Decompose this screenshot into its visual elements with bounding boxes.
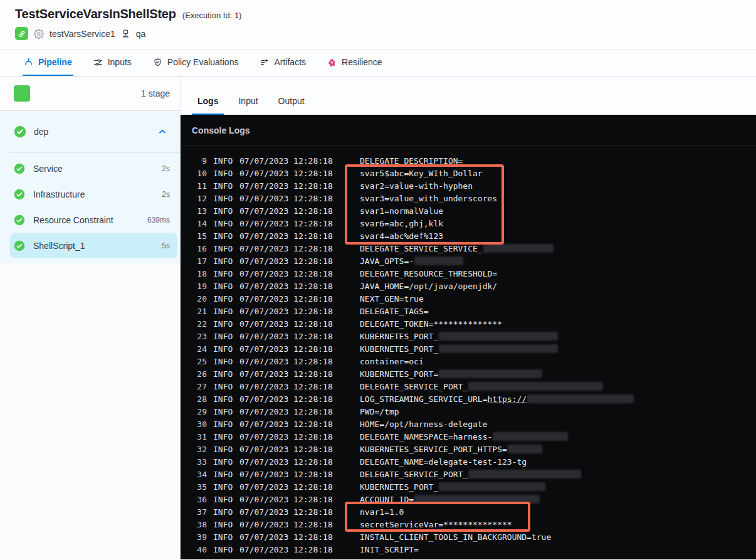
log-line-number: 21: [192, 307, 207, 316]
console-log-area[interactable]: 9 INFO 07/07/2023 12:28:18 DELEGATE_DESC…: [181, 146, 756, 559]
stage-status-swatch[interactable]: [14, 85, 30, 102]
log-text: svar3=value_with_underscores: [360, 194, 497, 203]
log-line-number: 24: [192, 344, 207, 354]
step-row-shellscript-1[interactable]: ShellScript_1 5s: [10, 233, 177, 258]
log-line-number: 15: [192, 231, 207, 241]
log-line: 26 INFO 07/07/2023 12:28:18 KUBERNETES_P…: [192, 367, 756, 380]
log-line-number: 11: [192, 181, 207, 191]
tab-inputs[interactable]: Inputs: [92, 50, 133, 76]
log-message: DELEGATE_NAME=delegate-test-123-tg: [360, 457, 527, 467]
tab-output[interactable]: Output: [273, 90, 310, 115]
log-line: 10 INFO 07/07/2023 12:28:18 svar5$abc=Ke…: [192, 167, 756, 179]
log-timestamp: 07/07/2023 12:28:18: [239, 156, 333, 166]
log-timestamp: 07/07/2023 12:28:18: [239, 432, 333, 441]
log-level: INFO: [213, 206, 234, 216]
log-line: 28 INFO 07/07/2023 12:28:18 LOG_STREAMIN…: [192, 393, 756, 405]
log-text: DELEGATE_SERVICE_PORT_: [360, 382, 468, 391]
log-level: INFO: [213, 432, 234, 441]
tab-label: Resilience: [342, 57, 382, 67]
log-message: KUBERNETES_PORT=: [360, 369, 542, 379]
tab-artifacts[interactable]: Artifacts: [258, 50, 307, 76]
redacted-block: [439, 344, 558, 353]
log-level: INFO: [213, 407, 234, 416]
success-check-icon: [14, 214, 25, 226]
log-text: KUBERNETES_PORT_: [360, 482, 438, 492]
gear-icon[interactable]: [34, 29, 44, 39]
log-line: 15 INFO 07/07/2023 12:28:18 svar4=abc%de…: [192, 230, 756, 242]
log-timestamp: 07/07/2023 12:28:18: [239, 382, 333, 391]
tab-label: Pipeline: [38, 57, 72, 67]
log-line-number: 40: [192, 545, 207, 554]
list-plus-icon: [260, 58, 269, 67]
log-text: svar2=value-with-hyphen: [360, 181, 473, 191]
log-message: KUBERNETES_PORT_: [360, 344, 558, 354]
log-level: INFO: [213, 256, 234, 266]
log-timestamp: 07/07/2023 12:28:18: [239, 445, 333, 454]
step-row-resource-constraint[interactable]: Resource Constraint 639ms: [10, 208, 177, 233]
log-text: INSTALL_CLIENT_TOOLS_IN_BACKGROUND=true: [360, 532, 551, 542]
log-line-number: 30: [192, 420, 207, 429]
tab-policy-evaluations[interactable]: Policy Evaluations: [152, 50, 240, 76]
log-message: DELEGATE_SERVICE_SERVICE_: [360, 244, 554, 253]
log-level: INFO: [213, 181, 234, 191]
log-message: ACCOUNT_ID=: [360, 495, 540, 504]
inputs-icon: [93, 58, 103, 67]
log-timestamp: 07/07/2023 12:28:18: [239, 269, 333, 278]
log-line-number: 36: [192, 495, 207, 504]
step-duration: 2s: [162, 164, 170, 173]
tab-input[interactable]: Input: [233, 90, 263, 115]
log-line-number: 25: [192, 357, 207, 366]
step-duration: 2s: [162, 190, 170, 199]
log-text: DELEGATE_NAME=delegate-test-123-tg: [360, 457, 527, 467]
environment-name[interactable]: qa: [136, 29, 146, 39]
log-line-number: 9: [192, 156, 207, 166]
log-message: secretServiceVar=**************: [360, 520, 512, 529]
log-timestamp: 07/07/2023 12:28:18: [239, 420, 333, 429]
log-line: 34 INFO 07/07/2023 12:28:18 DELEGATE_SER…: [192, 468, 756, 480]
log-line: 38 INFO 07/07/2023 12:28:18 secretServic…: [192, 518, 756, 531]
log-line: 13 INFO 07/07/2023 12:28:18 svar1=normal…: [192, 204, 756, 217]
step-duration: 639ms: [147, 216, 170, 225]
log-level: INFO: [213, 307, 234, 316]
log-message: DELEGATE_RESOURCE_THRESHOLD=: [360, 269, 497, 278]
log-text: NEXT_GEN=true: [360, 294, 424, 304]
execution-tab-bar: Pipeline Inputs Policy Evaluations Artif…: [0, 50, 756, 77]
log-line: 12 INFO 07/07/2023 12:28:18 svar3=value_…: [192, 192, 756, 204]
log-line: 14 INFO 07/07/2023 12:28:18 svar6=abc,gh…: [192, 217, 756, 230]
service-name[interactable]: testVarsService1: [50, 29, 115, 39]
log-line: 40 INFO 07/07/2023 12:28:18 INIT_SCRIPT=: [192, 543, 756, 556]
step-row-service[interactable]: Service 2s: [10, 156, 177, 181]
stage-group-dep[interactable]: dep: [0, 111, 180, 152]
log-level: INFO: [213, 394, 234, 404]
log-lines: 9 INFO 07/07/2023 12:28:18 DELEGATE_DESC…: [192, 154, 756, 556]
step-row-infrastructure[interactable]: Infrastructure 2s: [10, 182, 177, 207]
log-level: INFO: [213, 369, 234, 379]
log-level: INFO: [213, 532, 234, 542]
tab-pipeline[interactable]: Pipeline: [23, 50, 73, 76]
log-message: svar4=abc%def%123: [360, 231, 443, 241]
log-line: 17 INFO 07/07/2023 12:28:18 JAVA_OPTS=-: [192, 255, 756, 267]
log-text: DELEGATE_TAGS=: [360, 307, 429, 316]
chevron-up-icon[interactable]: [157, 127, 167, 137]
log-level: INFO: [213, 156, 234, 166]
tab-resilience[interactable]: Resilience: [326, 50, 384, 76]
log-link[interactable]: https://: [488, 394, 527, 404]
success-check-icon: [14, 125, 26, 138]
log-text: svar4=abc%def%123: [360, 231, 443, 241]
log-line-number: 22: [192, 319, 207, 329]
log-level: INFO: [213, 545, 234, 554]
log-line-number: 20: [192, 294, 207, 304]
log-timestamp: 07/07/2023 12:28:18: [239, 169, 333, 178]
log-timestamp: 07/07/2023 12:28:18: [239, 256, 333, 266]
log-text: KUBERNETES_PORT_: [360, 332, 438, 341]
log-timestamp: 07/07/2023 12:28:18: [239, 282, 333, 291]
log-text: nvar1=1.0: [360, 507, 404, 517]
step-label: Resource Constraint: [33, 215, 147, 225]
log-level: INFO: [213, 319, 234, 329]
log-level: INFO: [213, 294, 234, 304]
log-message: container=oci: [360, 357, 424, 366]
tab-logs[interactable]: Logs: [192, 90, 224, 115]
console-logs-header: Console Logs: [181, 115, 756, 146]
log-level: INFO: [213, 445, 234, 454]
redacted-block: [468, 382, 603, 391]
